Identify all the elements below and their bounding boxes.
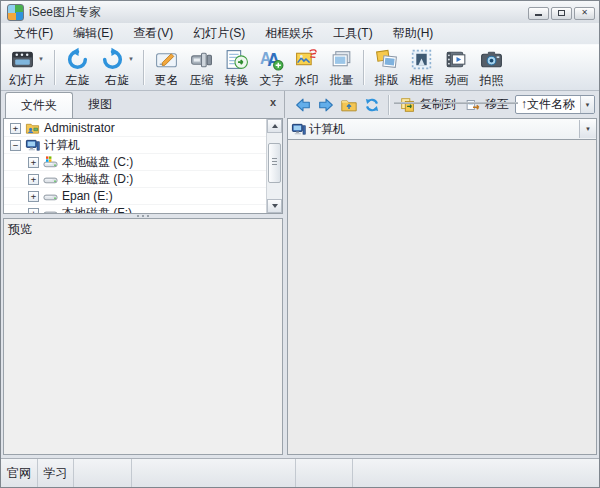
toolbar-separator [363, 50, 365, 85]
toolbar-batch-button[interactable]: 批量 [324, 46, 359, 89]
computer-icon [25, 138, 40, 153]
toolbar-button-label: 拍照 [479, 72, 503, 89]
slideshow-icon [10, 47, 35, 72]
forward-button[interactable] [314, 94, 337, 116]
band-row: 文件夹 搜图 x 复制到 移至 ↑文件名称 ▼ [1, 91, 599, 118]
toolbar-button-label: 批量 [329, 72, 353, 89]
move-to-label: 移至 [485, 96, 509, 113]
status-cell-learn[interactable]: 学习 [38, 459, 74, 487]
tab-folders[interactable]: 文件夹 [5, 92, 73, 119]
toolbar-watermark-button[interactable]: 水印 [289, 46, 324, 89]
window-controls: ✕ [528, 5, 595, 20]
toolbar-photo-button[interactable]: 拍照 [474, 46, 509, 89]
menu-edit[interactable]: 编辑(E) [63, 22, 123, 45]
preview-label: 预览 [8, 222, 32, 236]
folder-up-icon [340, 96, 358, 114]
dropdown-arrow-icon[interactable]: ▼ [128, 56, 134, 62]
address-bar[interactable]: 计算机 ▼ [287, 118, 597, 140]
toolbar-rotate-left-button[interactable]: 左旋 [60, 46, 95, 89]
toolbar-convert-button[interactable]: 转换 [219, 46, 254, 89]
address-dropdown-icon[interactable]: ▼ [579, 120, 596, 138]
menu-tools[interactable]: 工具(T) [323, 22, 382, 45]
expand-toggle-icon[interactable]: + [28, 174, 39, 185]
scroll-thumb[interactable] [268, 143, 281, 183]
tree-item-disk-f[interactable]: + 本地磁盘 (F:) [4, 205, 266, 214]
dropdown-arrow-icon[interactable]: ▼ [38, 56, 44, 62]
sort-dropdown[interactable]: ↑文件名称 ▼ [515, 95, 595, 114]
scroll-up-button[interactable] [267, 119, 282, 133]
copy-to-button[interactable]: 复制到 [395, 94, 460, 116]
toolbar-button-label: 幻灯片 [9, 72, 45, 89]
left-panel-tabs: 文件夹 搜图 x [1, 91, 285, 118]
tree-item-label: Administrator [44, 121, 115, 135]
collapse-toggle-icon[interactable]: − [10, 140, 21, 151]
file-list-area[interactable] [287, 140, 597, 455]
triangle-down-icon [272, 204, 278, 208]
toolbar-animation-button[interactable]: 动画 [439, 46, 474, 89]
menu-view[interactable]: 查看(V) [123, 22, 183, 45]
minimize-button[interactable] [528, 7, 549, 20]
maximize-button[interactable] [551, 7, 572, 20]
copy-to-icon [399, 96, 417, 114]
frame-icon [409, 47, 434, 72]
status-cell-website[interactable]: 官网 [1, 459, 38, 487]
drive-icon [43, 172, 58, 187]
toolbar-button-label: 水印 [294, 72, 318, 89]
toolbar-layout-button[interactable]: 排版 [369, 46, 404, 89]
toolbar-button-label: 排版 [374, 72, 398, 89]
close-button[interactable]: ✕ [574, 7, 595, 20]
convert-icon [224, 47, 249, 72]
scroll-track[interactable] [267, 133, 282, 199]
copy-to-label: 复制到 [420, 96, 456, 113]
tab-search[interactable]: 搜图 [73, 92, 127, 118]
toolbar-frame-button[interactable]: 相框 [404, 46, 439, 89]
menu-slideshow[interactable]: 幻灯片(S) [183, 22, 255, 45]
tree-scrollbar[interactable] [266, 119, 282, 213]
tree-item-disk-e[interactable]: + Epan (E:) [4, 188, 266, 205]
toolbar-separator [143, 50, 145, 85]
tree-item-disk-d[interactable]: + 本地磁盘 (D:) [4, 171, 266, 188]
close-icon: ✕ [581, 9, 588, 17]
toolbar-button-label: 转换 [224, 72, 248, 89]
disabled-strike-line [394, 102, 518, 104]
toolbar-rotate-right-button[interactable]: ▼ 右旋 [95, 46, 139, 89]
minimize-icon [535, 14, 542, 16]
expand-toggle-icon[interactable]: + [10, 123, 21, 134]
menu-help[interactable]: 帮助(H) [383, 22, 444, 45]
toolbar-slideshow-button[interactable]: ▼ 幻灯片 [4, 46, 50, 89]
layout-icon [374, 47, 399, 72]
expand-toggle-icon[interactable]: + [28, 157, 39, 168]
panel-close-icon[interactable]: x [270, 96, 276, 108]
expand-toggle-icon[interactable]: + [28, 191, 39, 202]
tree-item-disk-c[interactable]: + 本地磁盘 (C:) [4, 154, 266, 171]
navigation-toolbar: 复制到 移至 ↑文件名称 ▼ [287, 91, 599, 118]
menu-frame-fun[interactable]: 相框娱乐 [255, 22, 323, 45]
compress-icon [189, 47, 214, 72]
folder-tree-panel: + Administrator − 计算机 + 本地磁盘 (C:) + 本地磁盘… [3, 118, 283, 214]
tree-item-administrator[interactable]: + Administrator [4, 120, 266, 137]
title-bar: iSee图片专家 ✕ [1, 1, 599, 24]
animation-icon [444, 47, 469, 72]
toolbar-text-button[interactable]: AA 文字 [254, 46, 289, 89]
toolbar-separator [54, 50, 56, 85]
back-button[interactable] [291, 94, 314, 116]
preview-panel: 预览 [3, 218, 283, 455]
batch-icon [329, 47, 354, 72]
chevron-down-icon[interactable]: ▼ [580, 96, 594, 113]
refresh-button[interactable] [360, 94, 383, 116]
back-icon [294, 96, 312, 114]
toolbar-button-label: 更名 [154, 72, 178, 89]
status-bar: 官网学习 [1, 458, 599, 487]
up-folder-button[interactable] [337, 94, 360, 116]
tree-item-computer[interactable]: − 计算机 [4, 137, 266, 154]
status-cell-cell-4 [132, 459, 296, 487]
move-to-button[interactable]: 移至 [460, 94, 513, 116]
computer-icon [291, 122, 306, 137]
maximize-icon [558, 10, 565, 16]
menu-file[interactable]: 文件(F) [4, 22, 63, 45]
toolbar-rename-button[interactable]: 更名 [149, 46, 184, 89]
scroll-down-button[interactable] [267, 199, 282, 213]
app-logo-icon [7, 4, 24, 21]
toolbar-compress-button[interactable]: 压缩 [184, 46, 219, 89]
status-cell-cell-6 [353, 459, 599, 487]
